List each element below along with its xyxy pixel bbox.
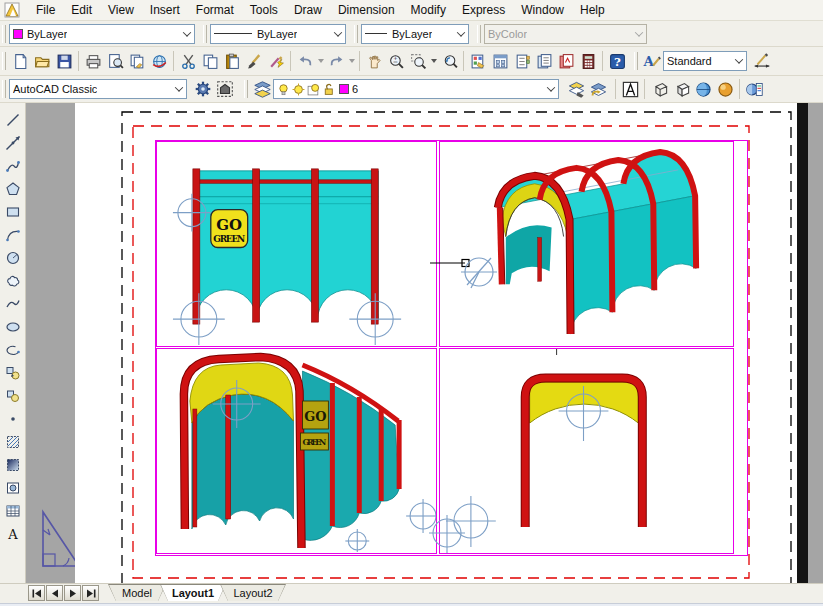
first-tab-button[interactable] <box>28 585 45 601</box>
tab-layout2[interactable]: Layout2 <box>220 584 286 601</box>
visual-style-realistic-button[interactable] <box>692 78 714 100</box>
menu-insert[interactable]: Insert <box>142 1 188 19</box>
layer-previous-button[interactable] <box>587 78 609 100</box>
chevron-down-icon[interactable] <box>731 52 746 70</box>
zoom-window-button[interactable] <box>407 50 429 72</box>
linetype-control[interactable]: ByLayer <box>210 24 346 44</box>
pan-button[interactable] <box>363 50 385 72</box>
quickcalc-button[interactable] <box>577 50 599 72</box>
visual-style-3d-hidden-button[interactable] <box>670 78 692 100</box>
chevron-down-icon[interactable] <box>179 25 194 43</box>
layout-paper[interactable]: GO GREEN <box>75 103 797 583</box>
publish-button[interactable] <box>126 50 148 72</box>
chevron-down-icon[interactable] <box>171 80 186 98</box>
draw-polygon-button[interactable] <box>2 178 24 200</box>
draw-table-button[interactable] <box>2 500 24 522</box>
text-style-button[interactable]: A <box>641 50 663 72</box>
toolbar-grip[interactable] <box>354 25 358 43</box>
toolbar-grip[interactable] <box>2 52 6 70</box>
draw-polyline-button[interactable] <box>2 155 24 177</box>
tab-layout1[interactable]: Layout1 <box>160 584 226 601</box>
toolbar-grip[interactable] <box>2 25 6 43</box>
copy-button[interactable] <box>199 50 221 72</box>
menu-help[interactable]: Help <box>572 1 613 19</box>
undo-button[interactable] <box>294 50 316 72</box>
plot-button[interactable] <box>82 50 104 72</box>
viewport-bottom-left[interactable]: GO GREEN <box>156 348 437 554</box>
text-style-control[interactable]: Standard <box>663 51 747 71</box>
menu-window[interactable]: Window <box>513 1 572 19</box>
viewport-bottom-right[interactable] <box>439 348 734 554</box>
etransmit-button[interactable] <box>148 50 170 72</box>
menu-draw[interactable]: Draw <box>286 1 330 19</box>
cut-button[interactable] <box>177 50 199 72</box>
workspace-control[interactable]: AutoCAD Classic <box>9 79 187 99</box>
properties-palette-button[interactable] <box>467 50 489 72</box>
next-tab-button[interactable] <box>64 585 81 601</box>
open-button[interactable] <box>31 50 53 72</box>
chevron-down-icon[interactable] <box>330 25 345 43</box>
sheet-set-manager-button[interactable] <box>533 50 555 72</box>
new-button[interactable] <box>9 50 31 72</box>
paste-button[interactable] <box>221 50 243 72</box>
redo-flyout-button[interactable] <box>347 50 356 72</box>
draw-circle-button[interactable] <box>2 247 24 269</box>
menu-modify[interactable]: Modify <box>403 1 454 19</box>
zoom-flyout-button[interactable] <box>429 50 438 72</box>
visual-style-3d-wireframe-button[interactable] <box>648 78 670 100</box>
layer-control[interactable]: 6 <box>273 79 559 99</box>
draw-line-button[interactable] <box>2 109 24 131</box>
draw-ellipse-button[interactable] <box>2 316 24 338</box>
menu-view[interactable]: View <box>100 1 142 19</box>
toolbar-grip[interactable] <box>244 80 248 98</box>
save-button[interactable] <box>53 50 75 72</box>
lineweight-control[interactable]: ByLayer <box>361 24 469 44</box>
draw-ellipse-arc-button[interactable] <box>2 339 24 361</box>
designcenter-button[interactable] <box>489 50 511 72</box>
tab-model[interactable]: Model <box>108 584 166 601</box>
toolbar-grip[interactable] <box>477 25 481 43</box>
zoom-previous-button[interactable] <box>438 50 460 72</box>
workspace-settings-button[interactable] <box>192 78 214 100</box>
layer-vp-freeze-icon[interactable] <box>307 83 320 96</box>
draw-insert-block-button[interactable] <box>2 362 24 384</box>
last-tab-button[interactable] <box>82 585 99 601</box>
menu-express[interactable]: Express <box>454 1 513 19</box>
draw-hatch-button[interactable] <box>2 431 24 453</box>
visual-style-2d-wireframe-button[interactable] <box>619 78 641 100</box>
viewport-top-left[interactable]: GO GREEN <box>156 141 437 347</box>
draw-region-button[interactable] <box>2 477 24 499</box>
draw-revision-cloud-button[interactable] <box>2 270 24 292</box>
draw-mtext-button[interactable]: A <box>2 523 24 545</box>
layer-on-bulb-icon[interactable] <box>277 83 290 96</box>
draw-point-button[interactable] <box>2 408 24 430</box>
tool-palettes-button[interactable] <box>511 50 533 72</box>
chevron-down-icon[interactable] <box>453 25 468 43</box>
block-editor-button[interactable] <box>265 50 287 72</box>
draw-construction-line-button[interactable] <box>2 132 24 154</box>
chevron-down-icon[interactable] <box>543 80 558 98</box>
markup-set-manager-button[interactable] <box>555 50 577 72</box>
previous-tab-button[interactable] <box>46 585 63 601</box>
zoom-realtime-button[interactable]: +− <box>385 50 407 72</box>
match-properties-button[interactable] <box>243 50 265 72</box>
toolbar-grip[interactable] <box>2 80 6 98</box>
manage-visual-styles-button[interactable] <box>743 78 765 100</box>
toolbar-grip[interactable] <box>634 52 638 70</box>
draw-make-block-button[interactable] <box>2 385 24 407</box>
draw-spline-button[interactable] <box>2 293 24 315</box>
menu-tools[interactable]: Tools <box>242 1 286 19</box>
visual-style-conceptual-button[interactable] <box>714 78 736 100</box>
dimension-style-button[interactable] <box>751 50 773 72</box>
drawing-canvas[interactable]: GO GREEN <box>26 103 823 583</box>
color-control[interactable]: ByLayer <box>9 24 195 44</box>
draw-rectangle-button[interactable] <box>2 201 24 223</box>
undo-flyout-button[interactable] <box>316 50 325 72</box>
my-workspace-button[interactable] <box>214 78 236 100</box>
help-button[interactable]: ? <box>606 50 628 72</box>
menu-edit[interactable]: Edit <box>63 1 100 19</box>
layer-states-button[interactable] <box>565 78 587 100</box>
layer-thaw-sun-icon[interactable] <box>292 83 305 96</box>
viewport-top-right[interactable] <box>439 141 734 347</box>
menu-format[interactable]: Format <box>188 1 242 19</box>
